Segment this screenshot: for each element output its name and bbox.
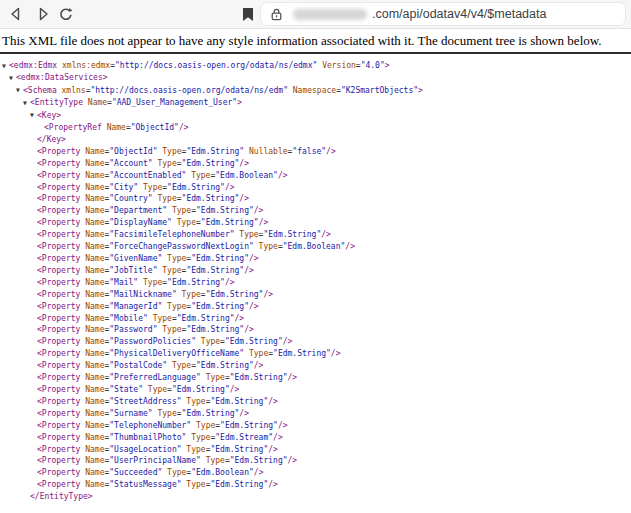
xml-node-line: <Property Name="Account" Type="Edm.Strin… — [0, 158, 631, 170]
xml-tree: ▼<edmx:Edmx xmlns:edmx="http://docs.oasi… — [0, 54, 631, 503]
xml-node-line: <Property Name="ObjectId" Type="Edm.Stri… — [0, 146, 631, 158]
xml-node-line: <Property Name="ManagerId" Type="Edm.Str… — [0, 301, 631, 313]
xml-node-line: <Property Name="Surname" Type="Edm.Strin… — [0, 408, 631, 420]
xml-node-line: <Property Name="Department" Type="Edm.St… — [0, 205, 631, 217]
xml-node-line: <Property Name="DisplayName" Type="Edm.S… — [0, 217, 631, 229]
redacted-domain-blur — [293, 9, 367, 20]
xml-node-line: ▼<Schema xmlns="http://docs.oasis-open.o… — [0, 85, 631, 97]
xml-node-line: </Key> — [0, 134, 631, 146]
xml-node-line: <Property Name="ThumbnailPhoto" Type="Ed… — [0, 432, 631, 444]
back-button[interactable] — [9, 7, 24, 22]
xml-node-line: <Property Name="UserPrincipalName" Type=… — [0, 455, 631, 467]
lock-icon[interactable] — [271, 8, 282, 21]
xml-node-line: ▼<edmx:DataServices> — [0, 72, 631, 84]
xml-node-line: ▼<edmx:Edmx xmlns:edmx="http://docs.oasi… — [0, 60, 631, 72]
xml-node-line: ▼<Key> — [0, 110, 631, 122]
url-text[interactable]: .com/api/odatav4/v4/$metadata — [372, 7, 546, 21]
back-arrow-icon — [9, 7, 22, 21]
xml-node-line: <Property Name="Country" Type="Edm.Strin… — [0, 193, 631, 205]
xml-node-line: <Property Name="Mail" Type="Edm.String"/… — [0, 277, 631, 289]
xml-node-line: <Property Name="PhysicalDeliveryOfficeNa… — [0, 348, 631, 360]
refresh-button[interactable] — [58, 6, 73, 21]
forward-button[interactable] — [37, 7, 52, 22]
forward-arrow-icon — [37, 7, 50, 21]
xml-node-line: <Property Name="TelephoneNumber" Type="E… — [0, 420, 631, 432]
collapse-arrow-icon[interactable]: ▼ — [2, 61, 9, 73]
xml-node-line: <Property Name="City" Type="Edm.String"/… — [0, 182, 631, 194]
xml-node-line: <Property Name="Password" Type="Edm.Stri… — [0, 324, 631, 336]
collapse-arrow-icon[interactable]: ▼ — [23, 98, 30, 110]
xml-node-line: </EntityType> — [0, 491, 631, 503]
xml-node-line: <Property Name="StreetAddress" Type="Edm… — [0, 396, 631, 408]
xml-node-line: ▼<EntityType Name="AAD_User_Management_U… — [0, 97, 631, 109]
xml-node-line: <Property Name="Succeeded" Type="Edm.Boo… — [0, 467, 631, 479]
xml-node-line: <PropertyRef Name="ObjectId"/> — [0, 122, 631, 134]
xml-node-line: <Property Name="PreferredLanguage" Type=… — [0, 372, 631, 384]
browser-toolbar: .com/api/odatav4/v4/$metadata — [0, 0, 631, 29]
xml-node-line: <Property Name="ForceChangePasswordNextL… — [0, 241, 631, 253]
xml-node-line: <Property Name="JobTitle" Type="Edm.Stri… — [0, 265, 631, 277]
xml-node-line: <Property Name="StatusMessage" Type="Edm… — [0, 479, 631, 491]
xml-node-line: <Property Name="PasswordPolicies" Type="… — [0, 336, 631, 348]
refresh-icon — [58, 6, 74, 23]
bookmark-icon[interactable] — [243, 8, 253, 21]
xml-node-line: <Property Name="GivenName" Type="Edm.Str… — [0, 253, 631, 265]
address-bar[interactable]: .com/api/odatav4/v4/$metadata — [260, 2, 626, 26]
xml-node-line: <Property Name="UsageLocation" Type="Edm… — [0, 444, 631, 456]
collapse-arrow-icon[interactable]: ▼ — [9, 73, 16, 85]
xml-node-line: <Property Name="MailNickname" Type="Edm.… — [0, 289, 631, 301]
xml-style-notice: This XML file does not appear to have an… — [2, 33, 631, 48]
collapse-arrow-icon[interactable]: ▼ — [30, 110, 37, 122]
xml-node-line: <Property Name="AccountEnabled" Type="Ed… — [0, 170, 631, 182]
xml-node-line: <Property Name="Mobile" Type="Edm.String… — [0, 313, 631, 325]
xml-node-line: <Property Name="PostalCode" Type="Edm.St… — [0, 360, 631, 372]
collapse-arrow-icon[interactable]: ▼ — [16, 85, 23, 97]
xml-node-line: <Property Name="State" Type="Edm.String"… — [0, 384, 631, 396]
xml-node-line: <Property Name="FacsimileTelephoneNumber… — [0, 229, 631, 241]
